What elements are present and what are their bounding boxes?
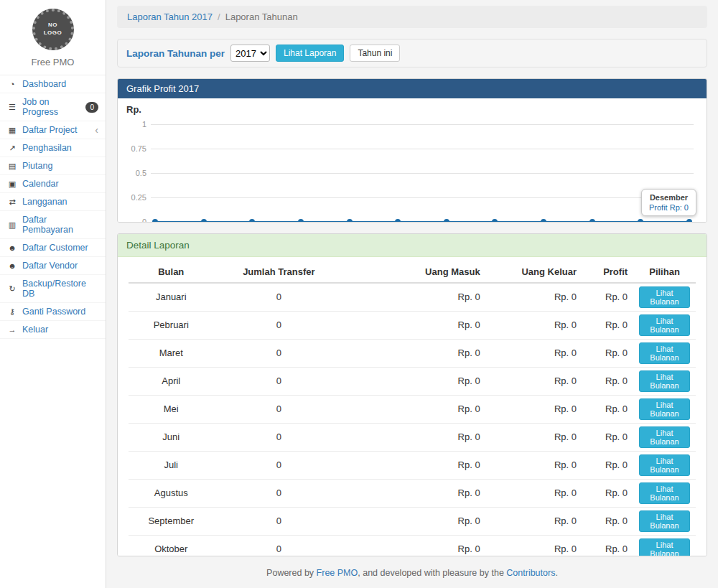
- chart-gridline: 0.75: [151, 149, 694, 149]
- lihat-bulanan-button[interactable]: Lihat Bulanan: [639, 482, 690, 504]
- breadcrumb: Laporan Tahun 2017/Laporan Tahunan: [117, 6, 707, 28]
- transfer-cell: 0: [214, 423, 345, 451]
- sidebar-item-label: Piutang: [22, 161, 52, 171]
- month-cell: Juni: [129, 423, 214, 451]
- table-row: Juni0Rp. 0Rp. 0Rp. 0Lihat Bulanan: [129, 423, 696, 451]
- lihat-bulanan-button[interactable]: Lihat Bulanan: [639, 510, 690, 532]
- uang-keluar-cell: Rp. 0: [486, 423, 582, 451]
- backup-restore-icon: ↻: [7, 284, 17, 294]
- data-point-mei[interactable]: [347, 219, 353, 223]
- tahun-ini-button[interactable]: Tahun ini: [350, 45, 400, 62]
- transfer-cell: 0: [214, 283, 345, 312]
- profit-cell: Rp. 0: [582, 283, 633, 312]
- uang-masuk-cell: Rp. 0: [344, 311, 486, 339]
- sidebar-item-langganan[interactable]: ⇄Langganan: [0, 193, 106, 211]
- y-axis-title: Rp.: [126, 104, 141, 115]
- detail-panel: Detail Laporan BulanJumlah TransferUang …: [117, 233, 707, 556]
- sidebar-item-label: Daftar Project: [22, 125, 77, 135]
- sidebar-item-label: Dashboard: [22, 79, 66, 89]
- project-table-icon: ▦: [7, 126, 17, 135]
- chart-gridline: 0: [151, 222, 694, 223]
- count-badge: 0: [85, 102, 98, 113]
- lihat-bulanan-button[interactable]: Lihat Bulanan: [639, 286, 690, 308]
- data-point-oktober[interactable]: [589, 219, 595, 223]
- sidebar-item-job-on-progress[interactable]: ☰Job on Progress0: [0, 93, 106, 121]
- profit-cell: Rp. 0: [582, 339, 633, 367]
- detail-panel-header: Detail Laporan: [118, 234, 707, 257]
- vendors-icon: ☻: [7, 261, 17, 270]
- table-row: Januari0Rp. 0Rp. 0Rp. 0Lihat Bulanan: [129, 283, 696, 312]
- sign-out-icon: →: [7, 325, 17, 334]
- lihat-bulanan-button[interactable]: Lihat Bulanan: [639, 398, 690, 420]
- tooltip-value: Profit Rp: 0: [649, 203, 689, 212]
- table-row: September0Rp. 0Rp. 0Rp. 0Lihat Bulanan: [129, 507, 696, 535]
- data-point-nopember[interactable]: [638, 219, 643, 223]
- transfer-cell: 0: [214, 535, 345, 556]
- data-point-maret[interactable]: [249, 219, 255, 223]
- y-axis-tick-label: 0.25: [122, 193, 146, 202]
- uang-masuk-cell: Rp. 0: [344, 451, 486, 479]
- breadcrumb-link-laporan-tahun[interactable]: Laporan Tahun 2017: [127, 11, 213, 22]
- lihat-bulanan-button[interactable]: Lihat Bulanan: [639, 538, 690, 556]
- chart-panel-header: Grafik Profit 2017: [118, 79, 707, 98]
- uang-keluar-cell: Rp. 0: [486, 339, 582, 367]
- sidebar-item-daftar-vendor[interactable]: ☻Daftar Vendor: [0, 257, 106, 275]
- column-header-bulan: Bulan: [129, 263, 214, 283]
- sidebar-item-calendar[interactable]: ▣Calendar: [0, 175, 106, 193]
- table-row: April0Rp. 0Rp. 0Rp. 0Lihat Bulanan: [129, 367, 696, 395]
- data-point-april[interactable]: [298, 219, 304, 223]
- data-point-juli[interactable]: [444, 219, 449, 223]
- month-cell: Oktober: [129, 535, 214, 556]
- payment-icon: ▥: [7, 220, 17, 230]
- tooltip-month: Desember: [649, 193, 689, 202]
- data-point-desember[interactable]: [686, 219, 692, 223]
- month-cell: Juli: [129, 451, 214, 479]
- sidebar-item-penghasilan[interactable]: ↗Penghasilan: [0, 139, 106, 157]
- lihat-bulanan-button[interactable]: Lihat Bulanan: [639, 454, 690, 476]
- sidebar-item-daftar-pembayaran[interactable]: ▥Daftar Pembayaran: [0, 211, 106, 239]
- lihat-bulanan-button[interactable]: Lihat Bulanan: [639, 370, 690, 392]
- data-point-januari[interactable]: [152, 219, 158, 223]
- customers-icon: ☻: [7, 243, 17, 252]
- month-cell: September: [129, 507, 214, 535]
- data-point-juni[interactable]: [395, 219, 401, 223]
- chart-panel: Grafik Profit 2017 Rp. 00.250.50.751 Jan…: [117, 78, 707, 223]
- uang-masuk-cell: Rp. 0: [344, 535, 486, 556]
- lihat-laporan-button[interactable]: Lihat Laporan: [276, 45, 344, 62]
- report-form-panel: Laporan Tahunan per 2017 Lihat Laporan T…: [117, 39, 707, 67]
- uang-keluar-cell: Rp. 0: [486, 451, 582, 479]
- lihat-bulanan-button[interactable]: Lihat Bulanan: [639, 426, 690, 448]
- data-point-september[interactable]: [541, 219, 546, 223]
- uang-masuk-cell: Rp. 0: [344, 423, 486, 451]
- sidebar-item-backup-restore-db[interactable]: ↻Backup/Restore DB: [0, 275, 106, 303]
- tasks-icon: ☰: [7, 103, 17, 112]
- sidebar-item-keluar[interactable]: →Keluar: [0, 321, 106, 339]
- report-table: BulanJumlah TransferUang MasukUang Kelua…: [129, 263, 696, 556]
- transfer-cell: 0: [214, 507, 345, 535]
- profit-cell: Rp. 0: [582, 311, 633, 339]
- uang-masuk-cell: Rp. 0: [344, 283, 486, 312]
- column-header-uang-keluar: Uang Keluar: [486, 263, 582, 283]
- sidebar-item-ganti-password[interactable]: ⚷Ganti Password: [0, 303, 106, 321]
- table-row: Oktober0Rp. 0Rp. 0Rp. 0Lihat Bulanan: [129, 535, 696, 556]
- subscription-icon: ⇄: [7, 197, 17, 207]
- sidebar-item-label: Job on Progress: [22, 97, 80, 117]
- sidebar-item-dashboard[interactable]: ◔Dashboard: [0, 75, 106, 93]
- footer-link-contributors[interactable]: Contributors: [506, 568, 555, 578]
- sidebar-item-daftar-project[interactable]: ▦Daftar Project‹: [0, 121, 106, 139]
- transfer-cell: 0: [214, 367, 345, 395]
- sidebar-item-label: Ganti Password: [22, 307, 85, 317]
- lihat-bulanan-button[interactable]: Lihat Bulanan: [639, 342, 690, 364]
- breadcrumb-current: Laporan Tahunan: [225, 11, 298, 22]
- year-select[interactable]: 2017: [230, 45, 270, 62]
- sidebar-menu: ◔Dashboard☰Job on Progress0▦Daftar Proje…: [0, 75, 106, 339]
- data-point-pebruari[interactable]: [201, 219, 207, 223]
- sidebar-item-piutang[interactable]: ▤Piutang: [0, 157, 106, 175]
- footer-link-freepmo[interactable]: Free PMO: [317, 568, 358, 578]
- y-axis-tick-label: 0: [122, 218, 146, 223]
- profit-cell: Rp. 0: [582, 535, 633, 556]
- report-form-label: Laporan Tahunan per: [126, 48, 225, 59]
- data-point-agustus[interactable]: [492, 219, 498, 223]
- sidebar-item-daftar-customer[interactable]: ☻Daftar Customer: [0, 239, 106, 257]
- lihat-bulanan-button[interactable]: Lihat Bulanan: [639, 314, 690, 336]
